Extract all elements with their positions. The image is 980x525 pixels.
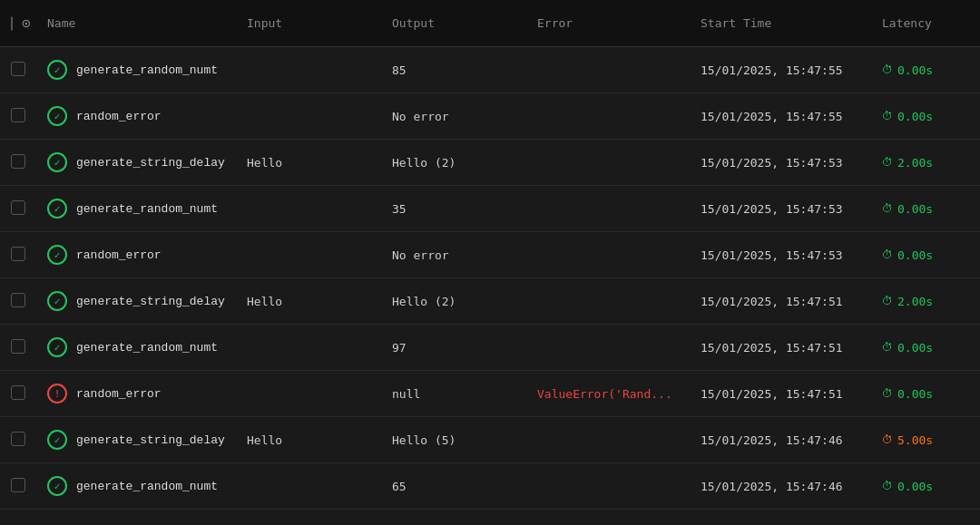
table-row[interactable]: ✓ random_error No error 15/01/2025, 15:4…: [0, 232, 980, 278]
row-name: generate_string_delay: [76, 156, 225, 170]
status-success-icon: ✓: [47, 430, 67, 450]
row-output-cell: Hello (2): [381, 140, 526, 186]
status-success-icon: ✓: [47, 291, 67, 311]
header-latency-label: Latency: [882, 16, 932, 30]
table-row[interactable]: ! random_error null ValueError('Rand... …: [0, 371, 980, 417]
table-row[interactable]: ✓ generate_random_numt 97 15/01/2025, 15…: [0, 325, 980, 371]
row-checkbox-cell: [0, 140, 36, 186]
status-success-icon: ✓: [47, 199, 67, 219]
table-row[interactable]: ✓ generate_string_delay Hello Hello (2) …: [0, 278, 980, 325]
header-checkbox-col: ⊙: [0, 0, 36, 47]
header-error-label: Error: [537, 16, 573, 30]
table-row[interactable]: ✓ generate_string_delay Hello Hello (2) …: [0, 140, 980, 186]
table-row[interactable]: ✓ generate_string_delay Hello Hello (5) …: [0, 417, 980, 463]
row-checkbox-cell: [0, 325, 36, 371]
row-starttime-cell: 15/01/2025, 15:47:46: [690, 417, 871, 463]
row-output: null: [392, 387, 420, 401]
clock-icon: ⏱: [882, 433, 893, 446]
row-output-cell: 65: [381, 463, 526, 510]
row-latency: ⏱ 0.00s: [882, 248, 933, 262]
row-name: random_error: [76, 110, 162, 123]
latency-value: 2.00s: [897, 295, 933, 308]
clock-icon: ⏱: [882, 480, 893, 492]
header-input-label: Input: [247, 16, 282, 30]
status-success-icon: ✓: [47, 337, 67, 357]
header-starttime: Start Time: [690, 0, 871, 47]
main-table-container: ⊙ Name Input Output Error Start Time: [0, 0, 980, 525]
row-checkbox[interactable]: [11, 62, 25, 76]
header-output-label: Output: [392, 16, 435, 30]
row-error-cell: ValueError('Rand...: [526, 371, 690, 417]
row-latency-cell: ⏱ 0.00s: [871, 232, 980, 278]
row-input: Hello: [247, 433, 282, 447]
row-output-cell: null: [381, 371, 526, 417]
row-starttime: 15/01/2025, 15:47:51: [701, 387, 843, 401]
status-success-icon: ✓: [47, 60, 67, 80]
row-output: Hello (2): [392, 295, 456, 308]
row-output-cell: 97: [381, 325, 526, 371]
row-checkbox[interactable]: [11, 293, 25, 307]
row-latency: ⏱ 0.00s: [882, 480, 933, 493]
runs-table: ⊙ Name Input Output Error Start Time: [0, 0, 980, 510]
table-row[interactable]: ✓ generate_random_numt 35 15/01/2025, 15…: [0, 186, 980, 232]
row-input-cell: [236, 371, 381, 417]
row-starttime-cell: 15/01/2025, 15:47:51: [690, 278, 871, 325]
row-latency-cell: ⏱ 0.00s: [871, 371, 980, 417]
row-checkbox[interactable]: [11, 247, 25, 261]
row-output-cell: No error: [381, 232, 526, 278]
clock-icon: ⏱: [882, 202, 893, 215]
row-latency-cell: ⏱ 5.00s: [871, 417, 980, 463]
row-status-cell: ✓ random_error: [36, 93, 236, 140]
row-output-cell: 35: [381, 186, 526, 232]
row-checkbox[interactable]: [11, 478, 25, 492]
row-checkbox[interactable]: [11, 339, 25, 354]
row-starttime: 15/01/2025, 15:47:55: [701, 63, 843, 77]
latency-value: 5.00s: [897, 433, 933, 447]
table-row[interactable]: ✓ random_error No error 15/01/2025, 15:4…: [0, 93, 980, 140]
row-input-cell: [236, 463, 381, 510]
row-latency: ⏱ 2.00s: [882, 156, 933, 170]
header-name: Name: [36, 0, 236, 47]
row-output-cell: No error: [381, 93, 526, 140]
row-output: 85: [392, 63, 407, 77]
row-starttime: 15/01/2025, 15:47:51: [701, 341, 843, 355]
row-status-cell: ✓ generate_random_numt: [36, 47, 236, 93]
clock-icon: ⏱: [882, 63, 893, 76]
select-all-checkbox[interactable]: [11, 16, 13, 31]
row-status-cell: ✓ generate_random_numt: [36, 463, 236, 510]
row-name: random_error: [76, 248, 162, 262]
header-error: Error: [526, 0, 690, 47]
row-latency: ⏱ 5.00s: [882, 433, 933, 447]
row-input-cell: Hello: [236, 140, 381, 186]
row-latency: ⏱ 2.00s: [882, 295, 933, 308]
row-input-cell: Hello: [236, 278, 381, 325]
row-output: 65: [392, 480, 407, 493]
clock-icon: ⏱: [882, 341, 893, 354]
row-output: Hello (2): [392, 156, 456, 170]
row-checkbox-cell: [0, 93, 36, 140]
row-latency-cell: ⏱ 0.00s: [871, 186, 980, 232]
row-starttime-cell: 15/01/2025, 15:47:55: [690, 93, 871, 140]
row-latency-cell: ⏱ 0.00s: [871, 463, 980, 510]
row-output: No error: [392, 248, 449, 262]
table-row[interactable]: ✓ generate_random_numt 85 15/01/2025, 15…: [0, 47, 980, 93]
row-name: generate_string_delay: [76, 295, 225, 308]
row-error-cell: [526, 232, 690, 278]
row-checkbox[interactable]: [11, 432, 25, 446]
row-checkbox-cell: [0, 371, 36, 417]
row-checkbox[interactable]: [11, 385, 25, 400]
row-checkbox[interactable]: [11, 108, 25, 122]
clock-icon: ⏱: [882, 295, 893, 307]
row-starttime-cell: 15/01/2025, 15:47:46: [690, 463, 871, 510]
row-output: 97: [392, 341, 407, 355]
status-success-icon: ✓: [47, 152, 67, 172]
error-value: ValueError('Rand...: [537, 387, 672, 401]
row-name: generate_random_numt: [76, 63, 218, 77]
row-output-cell: 85: [381, 47, 526, 93]
row-starttime: 15/01/2025, 15:47:53: [701, 202, 843, 216]
row-checkbox-cell: [0, 417, 36, 463]
table-row[interactable]: ✓ generate_random_numt 65 15/01/2025, 15…: [0, 463, 980, 510]
row-checkbox[interactable]: [11, 200, 25, 215]
header-starttime-label: Start Time: [701, 16, 771, 30]
row-checkbox[interactable]: [11, 154, 25, 169]
